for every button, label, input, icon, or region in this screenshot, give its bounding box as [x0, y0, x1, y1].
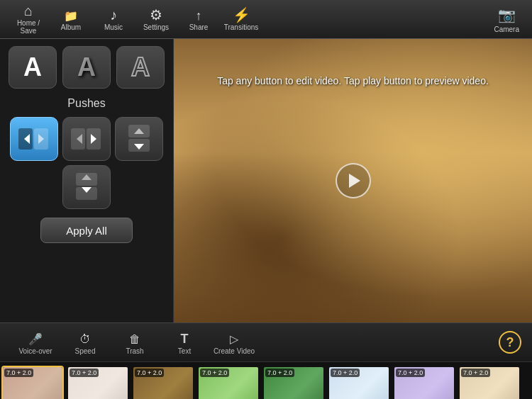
- text-style-outline[interactable]: A: [116, 46, 165, 89]
- film-item-4[interactable]: 7.0 + 2.0 ♪ ✎: [197, 366, 260, 400]
- main-area: A A A Pushes: [0, 39, 532, 322]
- toolbar-item-album[interactable]: Album: [50, 5, 92, 34]
- push-left-icon: [18, 125, 50, 153]
- film-time-1: 7.0 + 2.0: [4, 369, 33, 377]
- bottom-item-text[interactable]: Text: [160, 330, 209, 355]
- text-icon: [181, 330, 189, 347]
- toolbar-item-music[interactable]: Music: [92, 5, 135, 34]
- bottom-label-text: Text: [178, 347, 191, 355]
- trash-icon: [129, 330, 140, 347]
- toolbar-item-settings[interactable]: Settings: [135, 5, 177, 34]
- film-item-3[interactable]: 7.0 + 2.0 ♪ ✎: [132, 366, 194, 400]
- share-icon: [196, 8, 202, 22]
- toolbar-label-settings: Settings: [143, 23, 169, 31]
- apply-all-button[interactable]: Apply All: [40, 218, 133, 243]
- film-item-8[interactable]: 7.0 + 2.0 ♪ ✎: [458, 366, 521, 400]
- music-icon: [110, 8, 117, 22]
- film-item-5[interactable]: 7.0 + 2.0 ♪ ✎: [262, 366, 325, 400]
- toolbar-item-home-save[interactable]: Home / Save: [7, 1, 50, 38]
- film-time-4: 7.0 + 2.0: [200, 369, 229, 377]
- transitions-row-2: [62, 165, 111, 209]
- transitions-row-1: [10, 117, 163, 161]
- play-button[interactable]: [336, 163, 371, 198]
- camera-label: Camera: [494, 26, 519, 33]
- transition-push-down[interactable]: [62, 165, 111, 209]
- toolbar-label-home: Home / Save: [9, 19, 48, 35]
- text-style-normal[interactable]: A: [9, 46, 57, 89]
- push-right-icon: [71, 125, 102, 153]
- film-time-8: 7.0 + 2.0: [461, 369, 490, 377]
- help-button[interactable]: ?: [499, 331, 521, 354]
- bottom-item-speed[interactable]: Speed: [60, 330, 110, 355]
- album-icon: [64, 8, 78, 22]
- film-item-6[interactable]: 7.0 + 2.0 ♪ ✎: [328, 366, 390, 400]
- transitions-grid: [6, 117, 167, 209]
- bottom-item-trash[interactable]: Trash: [110, 330, 160, 355]
- bottom-label-trash: Trash: [126, 347, 143, 355]
- create-video-icon: [230, 330, 238, 347]
- film-item-2[interactable]: 7.0 + 2.0 ♪ ✎: [67, 366, 129, 400]
- top-toolbar: Home / Save Album Music Settings Share T…: [0, 0, 532, 39]
- filmstrip: 7.0 + 2.0 ♪ ✎ 7.0 + 2.0 ♪ ✎ 7.0 + 2.0 ♪ …: [0, 361, 532, 399]
- transitions-icon: [233, 8, 250, 22]
- left-panel: A A A Pushes: [0, 39, 174, 322]
- toolbar-label-share: Share: [189, 23, 209, 31]
- toolbar-item-transitions[interactable]: Transitions: [220, 5, 262, 34]
- bottom-toolbar: Voice-over Speed Trash Text Create Video…: [0, 322, 532, 361]
- toolbar-item-share[interactable]: Share: [177, 5, 220, 34]
- bottom-item-create-video[interactable]: Create Video: [209, 330, 259, 355]
- transition-push-left-active[interactable]: [10, 117, 58, 161]
- bottom-label-voice-over: Voice-over: [18, 347, 52, 355]
- settings-icon: [150, 8, 162, 22]
- bottom-label-speed: Speed: [75, 347, 96, 355]
- text-style-row: A A A: [9, 46, 165, 89]
- mic-icon: [28, 330, 43, 347]
- speed-icon: [79, 330, 91, 347]
- camera-icon: [498, 6, 516, 24]
- pushes-label: Pushes: [67, 97, 105, 110]
- push-up-icon: [123, 125, 155, 153]
- transition-push-right[interactable]: [62, 117, 111, 161]
- film-item-7[interactable]: 7.0 + 2.0 ♪ ✎: [393, 366, 455, 400]
- film-time-5: 7.0 + 2.0: [265, 369, 294, 377]
- film-time-3: 7.0 + 2.0: [135, 369, 164, 377]
- camera-button[interactable]: Camera: [488, 3, 525, 36]
- video-area: Tap any button to edit video. Tap play b…: [174, 39, 532, 322]
- bottom-label-create-video: Create Video: [214, 347, 255, 355]
- toolbar-label-music: Music: [104, 23, 123, 31]
- toolbar-label-transitions: Transitions: [224, 23, 259, 31]
- home-icon: [24, 4, 33, 18]
- transition-push-up[interactable]: [115, 117, 163, 161]
- film-time-6: 7.0 + 2.0: [331, 369, 360, 377]
- text-style-shadow[interactable]: A: [62, 46, 111, 89]
- bottom-item-voice-over[interactable]: Voice-over: [11, 330, 60, 355]
- toolbar-label-album: Album: [61, 23, 81, 31]
- film-time-2: 7.0 + 2.0: [70, 369, 99, 377]
- film-time-7: 7.0 + 2.0: [396, 369, 425, 377]
- push-down-icon: [71, 173, 102, 201]
- video-hint-text: Tap any button to edit video. Tap play b…: [174, 74, 532, 89]
- film-item-1[interactable]: 7.0 + 2.0 ♪ ✎: [1, 366, 64, 400]
